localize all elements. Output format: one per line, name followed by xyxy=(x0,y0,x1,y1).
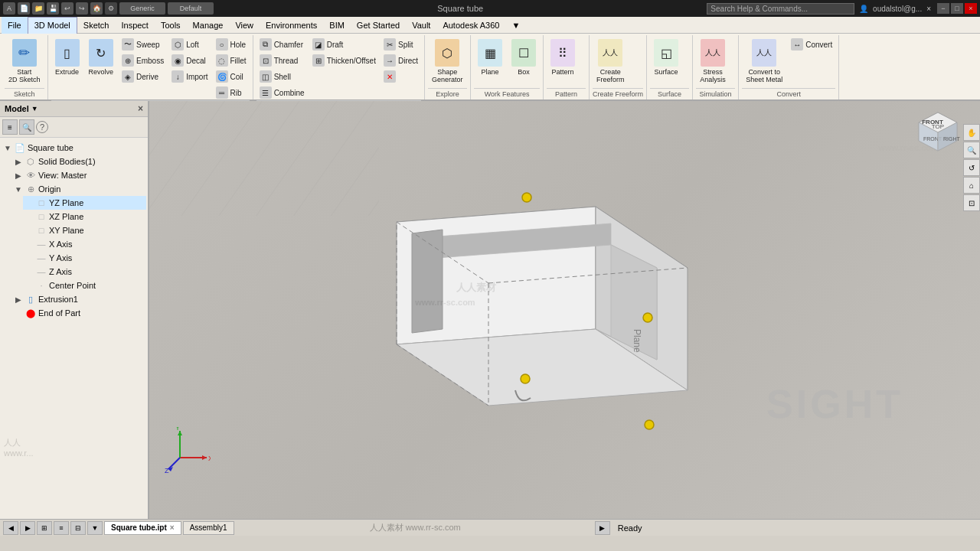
menu-manage[interactable]: Manage xyxy=(187,17,230,34)
expand-solid-bodies[interactable]: ▶ xyxy=(14,157,23,166)
expand-view-master[interactable]: ▶ xyxy=(14,171,23,180)
thicken-button[interactable]: ⊞Thicken/Offset xyxy=(309,53,379,68)
search-model-button[interactable]: 🔍 xyxy=(19,119,34,135)
rib-button[interactable]: ═Rib xyxy=(213,85,250,100)
tree-item-z-axis[interactable]: — Z Axis xyxy=(23,265,146,279)
box-button[interactable]: ☐ Box xyxy=(508,37,540,78)
import-button[interactable]: ↓Import xyxy=(168,69,211,84)
close-panel-button[interactable]: × xyxy=(138,103,143,114)
tree-item-center-point[interactable]: · Center Point xyxy=(23,279,146,292)
menu-3dmodel[interactable]: 3D Model xyxy=(28,17,77,34)
help-button[interactable]: ? xyxy=(36,121,48,133)
generic-dropdown[interactable]: Generic xyxy=(119,2,165,15)
default-dropdown[interactable]: Default xyxy=(168,2,214,15)
convert-sheetmetal-button[interactable]: 人人 Convert toSheet Metal xyxy=(742,37,786,86)
tree-item-origin[interactable]: ▼ ⊕ Origin xyxy=(12,182,146,196)
minimize-button[interactable]: − xyxy=(937,3,949,14)
menu-tools[interactable]: Tools xyxy=(155,17,187,34)
prev-tab-button[interactable]: ◀ xyxy=(3,521,18,535)
tree-item-xy-plane[interactable]: □ XY Plane xyxy=(23,223,146,237)
tree-item-yz-plane[interactable]: □ YZ Plane xyxy=(23,196,146,210)
tree-item-xz-plane[interactable]: □ XZ Plane xyxy=(23,210,146,223)
draft-button[interactable]: ◪Draft xyxy=(309,37,379,52)
coil-button[interactable]: 🌀Coil xyxy=(213,69,250,84)
open-btn[interactable]: 📁 xyxy=(32,2,44,15)
start-2d-sketch-button[interactable]: ✏ Start2D Sketch xyxy=(5,37,44,86)
rotate-button[interactable]: ↺ xyxy=(963,159,980,176)
menu-inspect[interactable]: Inspect xyxy=(115,17,154,34)
shape-generator-button[interactable]: ⬡ ShapeGenerator xyxy=(428,37,467,86)
grid-view-button[interactable]: ⊞ xyxy=(37,521,52,535)
undo-btn[interactable]: ↩ xyxy=(61,2,74,15)
menu-autodesk[interactable]: Autodesk A360 xyxy=(436,17,505,34)
loft-button[interactable]: ⬡Loft xyxy=(168,37,211,52)
tree-item-square-tube[interactable]: ▼ 📄 Square tube xyxy=(2,141,146,155)
tab-assembly1[interactable]: Assembly1 xyxy=(183,521,234,535)
tree-item-solid-bodies[interactable]: ▶ ⬡ Solid Bodies(1) xyxy=(12,155,146,168)
menu-more[interactable]: ▼ xyxy=(505,17,526,34)
delete-face-button[interactable]: ✕ xyxy=(381,69,421,84)
pattern-button[interactable]: ⠿ Pattern xyxy=(547,37,579,78)
search-box[interactable]: Search Help & Commands... xyxy=(707,3,854,15)
expand-square-tube[interactable]: ▼ xyxy=(3,143,12,152)
list-view-button[interactable]: ≡ xyxy=(54,521,69,535)
viewport[interactable]: Plane 人人素材 www.rr-sc.com SIGHT www.rr-sc… xyxy=(149,101,980,519)
save-btn[interactable]: 💾 xyxy=(47,2,59,15)
play-button[interactable]: ▶ xyxy=(595,521,610,535)
tab-square-tube-close[interactable]: × xyxy=(170,523,175,532)
tab-square-tube[interactable]: Square tube.ipt × xyxy=(104,521,181,535)
menu-vault[interactable]: Vault xyxy=(406,17,436,34)
settings-icon[interactable]: ⚙ xyxy=(105,2,117,15)
home-btn[interactable]: 🏠 xyxy=(90,2,103,15)
expand-extrusion1[interactable]: ▶ xyxy=(14,295,23,304)
split-view-button[interactable]: ⊟ xyxy=(70,521,86,535)
menu-file[interactable]: File xyxy=(2,17,28,34)
expand-origin[interactable]: ▼ xyxy=(14,184,23,194)
menu-environments[interactable]: Environments xyxy=(260,17,323,34)
menu-getstarted[interactable]: Get Started xyxy=(351,17,406,34)
stress-analysis-button[interactable]: 人人 StressAnalysis xyxy=(696,37,730,86)
revolve-button[interactable]: ↻ Revolve xyxy=(85,37,118,78)
fillet-button[interactable]: ◌Fillet xyxy=(213,53,250,68)
decal-button[interactable]: ◉Decal xyxy=(168,53,211,68)
menu-sketch[interactable]: Sketch xyxy=(77,17,116,34)
convert-button[interactable]: ↔Convert xyxy=(788,37,835,52)
tree-item-extrusion1[interactable]: ▶ ▯ Extrusion1 xyxy=(12,292,146,306)
tree-item-view-master[interactable]: ▶ 👁 View: Master xyxy=(12,168,146,182)
emboss-button[interactable]: ⊕Emboss xyxy=(119,53,167,68)
derive-button[interactable]: ◈Derive xyxy=(119,69,167,84)
new-btn[interactable]: 📄 xyxy=(18,2,30,15)
direct-button[interactable]: →Direct xyxy=(381,53,421,68)
menu-view[interactable]: View xyxy=(229,17,260,34)
tree-item-y-axis[interactable]: — Y Axis xyxy=(23,251,146,265)
extrude-button[interactable]: ▯ Extrude xyxy=(51,37,83,78)
fit-button[interactable]: ⊡ xyxy=(963,194,980,211)
shell-button[interactable]: ◫Shell xyxy=(256,69,308,84)
quick-access-icons[interactable]: A 📄 📁 💾 ↩ ↪ 🏠 ⚙ Generic Default xyxy=(3,2,214,15)
expand-down-button[interactable]: ▼ xyxy=(87,521,103,535)
menu-bim[interactable]: BIM xyxy=(323,17,351,34)
view-cube[interactable]: TOP FRONT RIGHT FRONT xyxy=(911,109,965,162)
split-button[interactable]: ✂Split xyxy=(381,37,421,52)
tree-item-x-axis[interactable]: — X Axis xyxy=(23,237,146,251)
next-tab-button[interactable]: ▶ xyxy=(20,521,35,535)
close-button[interactable]: × xyxy=(965,3,977,14)
chamfer-button[interactable]: ⧉Chamfer xyxy=(256,37,308,52)
surface-button[interactable]: ◱ Surface xyxy=(650,37,682,78)
hole-button[interactable]: ○Hole xyxy=(213,37,250,52)
window-controls[interactable]: − □ × xyxy=(937,3,977,14)
tree-item-end-of-part[interactable]: ⬤ End of Part xyxy=(12,306,146,320)
close-account-icon[interactable]: × xyxy=(926,5,931,13)
sweep-button[interactable]: 〜Sweep xyxy=(119,37,167,52)
filter-button[interactable]: ≡ xyxy=(2,119,18,135)
redo-btn[interactable]: ↪ xyxy=(76,2,88,15)
freeform-button[interactable]: 人人 CreateFreeform xyxy=(593,37,629,86)
model-dropdown-icon[interactable]: ▼ xyxy=(31,105,38,112)
combine-button[interactable]: ☰Combine xyxy=(256,85,308,100)
zoom-button[interactable]: 🔍 xyxy=(963,142,980,158)
maximize-button[interactable]: □ xyxy=(951,3,963,14)
pan-button[interactable]: ✋ xyxy=(963,124,980,141)
thread-button[interactable]: ⊡Thread xyxy=(256,53,308,68)
plane-button[interactable]: ▦ Plane xyxy=(474,37,506,78)
3d-model[interactable]: Plane xyxy=(335,176,718,444)
